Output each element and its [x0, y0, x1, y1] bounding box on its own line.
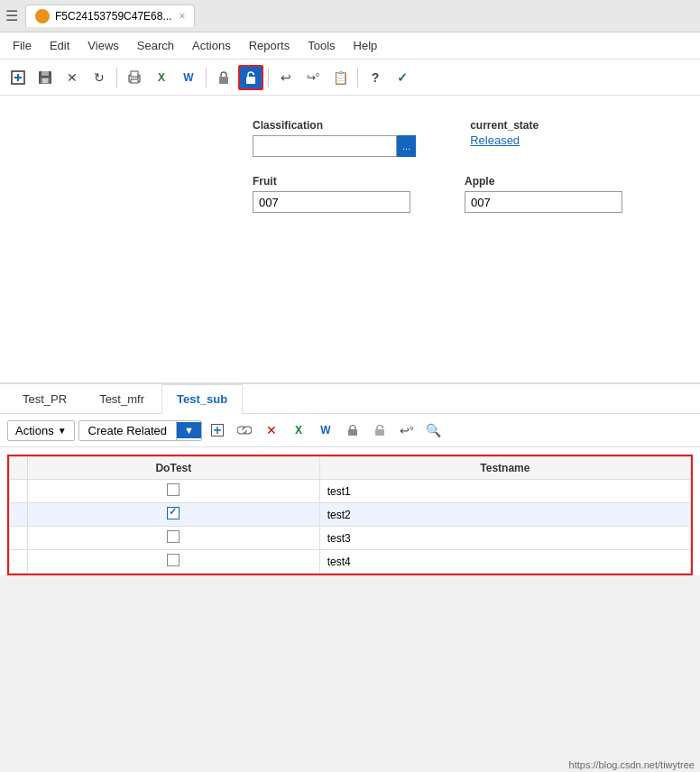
- row-selector-3: [10, 527, 28, 550]
- classification-label: Classification: [253, 119, 416, 132]
- tab-test-sub[interactable]: Test_sub: [161, 384, 243, 414]
- svg-rect-16: [348, 429, 357, 436]
- create-related-label[interactable]: Create Related: [79, 421, 177, 440]
- actions-dropdown-arrow: ▼: [58, 426, 67, 436]
- checkbox-1[interactable]: [167, 483, 180, 496]
- tabs-section: Test_PR Test_mfr Test_sub Actions ▼ Crea…: [0, 384, 700, 575]
- help-button[interactable]: ?: [363, 65, 388, 90]
- print-button[interactable]: [122, 65, 147, 90]
- add-button[interactable]: [5, 65, 31, 90]
- hamburger-icon[interactable]: ☰: [5, 7, 18, 24]
- fruit-input[interactable]: [253, 191, 410, 213]
- checkbox-cell-4[interactable]: [28, 550, 320, 574]
- checkbox-2[interactable]: [167, 507, 180, 519]
- classification-group: Classification ...: [253, 119, 416, 157]
- table-row: test1: [10, 480, 691, 503]
- menu-reports[interactable]: Reports: [240, 35, 299, 56]
- menu-actions[interactable]: Actions: [183, 35, 240, 56]
- col-header-testname: Testname: [319, 457, 690, 480]
- refresh-button[interactable]: ↻: [87, 65, 112, 90]
- svg-rect-17: [375, 429, 384, 436]
- fruit-label: Fruit: [253, 175, 410, 188]
- classification-input[interactable]: [253, 135, 397, 157]
- testname-cell-1: test1: [319, 480, 690, 503]
- current-state-label: current_state: [470, 119, 539, 132]
- current-state-value[interactable]: Released: [470, 133, 539, 147]
- separator-1: [116, 68, 117, 87]
- testname-cell-4: test4: [319, 550, 690, 574]
- check-button[interactable]: ✓: [390, 65, 415, 90]
- main-content: Classification ... current_state Release…: [0, 96, 700, 384]
- create-related-group: Create Related ▼: [78, 420, 202, 441]
- menu-help[interactable]: Help: [345, 35, 387, 56]
- checkbox-cell-2[interactable]: [28, 503, 320, 527]
- excel-button[interactable]: X: [149, 65, 174, 90]
- checkbox-4[interactable]: [167, 554, 180, 566]
- word-button[interactable]: W: [176, 65, 201, 90]
- testname-cell-3: test3: [319, 527, 690, 550]
- copy-button[interactable]: 📋: [327, 65, 353, 90]
- undo-button[interactable]: ↩: [273, 65, 299, 90]
- separator-2: [206, 68, 207, 87]
- unlock-button[interactable]: [238, 65, 263, 90]
- sub-unlock-button[interactable]: [368, 418, 391, 442]
- svg-rect-9: [131, 79, 138, 83]
- close-icon[interactable]: ×: [179, 10, 185, 23]
- data-table-container: DoTest Testname test1 test2: [7, 455, 693, 575]
- col-header-dotest: DoTest: [28, 457, 320, 480]
- save-button[interactable]: [32, 65, 58, 90]
- sub-link-button[interactable]: [233, 418, 256, 442]
- menu-tools[interactable]: Tools: [299, 35, 344, 56]
- menu-search[interactable]: Search: [128, 35, 183, 56]
- classification-ellipsis-button[interactable]: ...: [397, 135, 416, 157]
- menu-edit[interactable]: Edit: [41, 35, 78, 56]
- redo-button[interactable]: ↪°: [300, 65, 326, 90]
- apple-input[interactable]: [465, 191, 622, 213]
- status-url: https://blog.csdn.net/tiwytree: [569, 759, 695, 770]
- checkbox-cell-3[interactable]: [28, 527, 320, 550]
- tab-test-mfr[interactable]: Test_mfr: [84, 384, 160, 413]
- separator-4: [357, 68, 358, 87]
- svg-point-10: [137, 77, 139, 78]
- svg-rect-4: [41, 71, 49, 76]
- sub-excel-button[interactable]: X: [287, 418, 310, 442]
- data-table: DoTest Testname test1 test2: [9, 456, 691, 574]
- main-toolbar: ✕ ↻ X W ↩ ↪° 📋 ? ✓: [0, 60, 700, 96]
- delete-button[interactable]: ✕: [60, 65, 85, 90]
- fruit-group: Fruit: [253, 175, 410, 213]
- menu-file[interactable]: File: [4, 35, 41, 56]
- title-bar: ☰ F5C24153759C47E68... ×: [0, 0, 700, 32]
- apple-group: Apple: [465, 175, 622, 213]
- actions-label: Actions: [15, 424, 54, 437]
- sub-lock-button[interactable]: [341, 418, 364, 442]
- table-row: test3: [10, 527, 691, 550]
- row-selector-4: [10, 550, 28, 574]
- table-row: test4: [10, 550, 691, 574]
- checkbox-cell-1[interactable]: [28, 480, 320, 503]
- status-bar: https://blog.csdn.net/tiwytree: [564, 758, 700, 772]
- row-selector-2: [10, 503, 28, 527]
- svg-rect-6: [42, 78, 48, 83]
- testname-cell-2: test2: [319, 503, 690, 527]
- lock-button[interactable]: [211, 65, 236, 90]
- row-selector-1: [10, 480, 28, 503]
- sub-search-button[interactable]: 🔍: [422, 418, 446, 442]
- checkbox-3[interactable]: [167, 530, 180, 543]
- actions-button[interactable]: Actions ▼: [7, 420, 75, 441]
- separator-3: [268, 68, 269, 87]
- menu-bar: File Edit Views Search Actions Reports T…: [0, 32, 700, 60]
- classification-input-group: ...: [253, 135, 416, 157]
- sub-undo-button[interactable]: ↩°: [395, 418, 419, 442]
- tab-title: F5C24153759C47E68...: [55, 10, 171, 23]
- table-row: test2: [10, 503, 691, 527]
- title-tab[interactable]: F5C24153759C47E68... ×: [25, 5, 195, 27]
- sub-delete-button[interactable]: ✕: [260, 418, 283, 442]
- tabs-header: Test_PR Test_mfr Test_sub: [0, 384, 700, 414]
- create-related-arrow[interactable]: ▼: [177, 422, 201, 438]
- menu-views[interactable]: Views: [78, 35, 127, 56]
- sub-word-button[interactable]: W: [314, 418, 337, 442]
- svg-rect-8: [131, 71, 138, 77]
- col-header-selector: [10, 457, 28, 480]
- tab-test-pr[interactable]: Test_PR: [7, 384, 82, 413]
- sub-add-button[interactable]: [206, 418, 229, 442]
